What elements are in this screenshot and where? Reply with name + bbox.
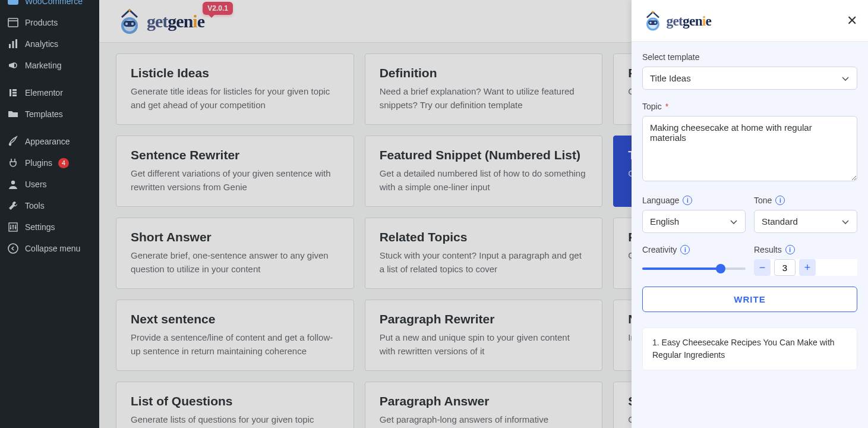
sidebar-item-label: Elementor [25,88,63,97]
sidebar-item-templates[interactable]: Templates [0,103,99,125]
info-icon[interactable]: i [680,245,690,254]
sidebar-item-label: Tools [25,201,45,210]
sidebar-item-woocommerce[interactable]: WooCommerce [0,0,99,12]
creativity-label: Creativityi [642,245,746,254]
sidebar-item-label: Users [25,180,47,189]
output-line: 1. Easy Cheesecake Recipes You Can Make … [652,336,847,361]
chevron-down-icon [841,218,850,226]
svg-point-14 [15,227,17,229]
results-increment-button[interactable]: + [799,259,816,276]
sidebar-item-label: Marketing [25,61,61,70]
info-icon[interactable]: i [683,196,692,205]
close-icon[interactable]: ✕ [847,13,857,29]
svg-point-13 [12,225,14,227]
info-icon[interactable]: i [775,196,785,205]
results-decrement-button[interactable]: − [754,259,771,276]
sidebar-item-label: Settings [25,222,55,232]
output-list: 1. Easy Cheesecake Recipes You Can Make … [642,328,857,370]
badge: 4 [58,158,69,168]
slider-thumb-icon[interactable] [716,264,725,273]
template-select-value: Title Ideas [650,73,691,83]
chevron-down-icon [841,74,850,83]
language-label: Languagei [642,196,746,205]
svg-rect-5 [10,89,11,96]
results-value[interactable]: 3 [774,259,796,276]
wp-admin-sidebar: WooCommerceProductsAnalyticsMarketingEle… [0,0,99,428]
svg-rect-1 [8,18,18,27]
svg-point-12 [10,228,12,229]
topic-label: Topic* [642,102,857,111]
write-button[interactable]: WRITE [642,287,857,312]
svg-rect-6 [12,89,17,91]
sidebar-item-settings[interactable]: Settings [0,216,99,238]
svg-point-9 [9,143,11,146]
genie-logo-small: getgenie [642,10,711,32]
info-icon[interactable]: i [785,245,795,254]
chevron-down-icon [730,218,738,226]
drawer-header: getgenie ✕ [632,0,868,42]
drawer-body: Select template Title Ideas Topic* Langu… [632,42,868,428]
sidebar-item-label: Appearance [25,137,70,146]
sidebar-item-collapse[interactable]: Collapse menu [0,238,99,259]
svg-rect-3 [12,41,14,48]
svg-point-15 [8,244,18,253]
svg-rect-8 [12,95,17,96]
sidebar-item-label: Collapse menu [25,244,80,253]
sidebar-item-label: WooCommerce [25,0,83,6]
creativity-slider[interactable] [642,268,746,270]
template-label: Select template [642,52,857,62]
language-select[interactable]: English [642,210,746,233]
sidebar-item-appearance[interactable]: Appearance [0,131,99,152]
sidebar-item-label: Plugins [25,158,52,168]
sidebar-item-analytics[interactable]: Analytics [0,33,99,55]
sidebar-item-label: Templates [25,109,63,119]
tone-select[interactable]: Standard [754,210,857,233]
tone-label: Tonei [754,196,857,205]
svg-rect-2 [9,44,11,48]
sidebar-item-tools[interactable]: Tools [0,195,99,216]
topic-input[interactable] [642,116,857,181]
sidebar-item-elementor[interactable]: Elementor [0,82,99,103]
svg-rect-0 [8,0,18,5]
results-label: Resultsi [754,245,857,254]
sidebar-item-plugins[interactable]: Plugins4 [0,152,99,174]
svg-rect-4 [15,39,17,48]
sidebar-item-users[interactable]: Users [0,174,99,195]
svg-rect-7 [12,92,17,94]
sidebar-item-products[interactable]: Products [0,12,99,33]
editor-drawer: getgenie ✕ Select template Title Ideas T… [632,0,868,428]
template-select[interactable]: Title Ideas [642,67,857,90]
sidebar-item-marketing[interactable]: Marketing [0,55,99,76]
svg-point-10 [11,181,15,184]
sidebar-item-label: Products [25,18,58,27]
genie-avatar-icon [642,10,664,32]
sidebar-item-label: Analytics [25,39,58,49]
